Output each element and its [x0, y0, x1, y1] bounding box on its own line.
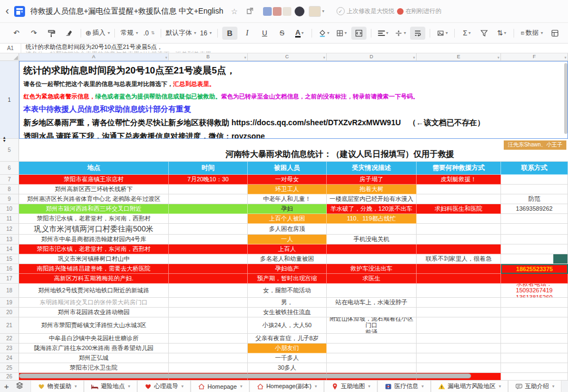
- cell[interactable]: [501, 334, 568, 344]
- sheet-tab-2[interactable]: 避险地点▾: [84, 381, 137, 392]
- title-cell[interactable]: 汪先东Shawn、小王子 河南特大暴雨求助信息统计：（建议人民日报填写）仅用于救…: [19, 139, 568, 162]
- cell[interactable]: 郑州市颍河西路和西三环交叉口附近: [19, 204, 169, 214]
- insert-menu[interactable]: ⊕插入▾: [85, 27, 110, 40]
- collaborator-avatars[interactable]: [263, 7, 291, 16]
- cell[interactable]: [417, 317, 501, 334]
- cell[interactable]: 房子塌了: [327, 175, 417, 185]
- cell-A1-notes[interactable]: 统计的求助信息时间段为20号10点至21号凌晨5点， 请各位一起帮忙把这个表里的…: [19, 61, 568, 139]
- header-cell[interactable]: 需要何种救援方式: [417, 162, 501, 175]
- column-header-F[interactable]: F▾: [501, 53, 568, 60]
- row-number[interactable]: 23: [0, 344, 19, 353]
- cell[interactable]: 女，腿部不能活动: [248, 284, 327, 298]
- cell[interactable]: [327, 344, 417, 353]
- cell[interactable]: [501, 317, 568, 334]
- back-button[interactable]: ‹: [0, 4, 14, 18]
- cell[interactable]: 中牟县白沙镇中央花园杜世糖诊所: [19, 334, 169, 344]
- horizontal-scrollbar[interactable]: [19, 373, 471, 378]
- cell[interactable]: 上百个人被困: [248, 214, 327, 224]
- cell[interactable]: [417, 284, 501, 298]
- cell[interactable]: [501, 353, 568, 363]
- cell[interactable]: 荥阳市汜水卫生院: [19, 363, 169, 373]
- data-menu[interactable]: 数据▾: [518, 27, 545, 40]
- column-header-C[interactable]: C▾: [248, 53, 327, 60]
- cell[interactable]: 中老年人和儿童！: [248, 194, 327, 204]
- cell[interactable]: [169, 185, 248, 194]
- cell[interactable]: [169, 284, 248, 298]
- cell[interactable]: [169, 224, 248, 235]
- column-dropdown-icon[interactable]: ▾: [323, 54, 325, 61]
- cell[interactable]: 一千多人: [248, 353, 327, 363]
- bold-button[interactable]: B: [222, 27, 237, 40]
- number-format-menu[interactable]: 常规▾: [119, 27, 139, 40]
- chevron-down-icon[interactable]: ▾: [240, 384, 242, 389]
- cell[interactable]: 郑州高新区西三环砖长线桥下: [19, 185, 169, 194]
- sheet-view-icon[interactable]: [547, 27, 563, 40]
- cell[interactable]: 联系不到家里人，很着急: [417, 254, 501, 264]
- cell[interactable]: 小孩24人，大人50: [248, 317, 327, 334]
- cell[interactable]: 高新区万科五期雅梅苑的产妇.: [19, 274, 169, 284]
- chevron-down-icon[interactable]: ▾: [499, 384, 501, 389]
- cell[interactable]: [501, 254, 568, 264]
- cell[interactable]: [327, 284, 417, 298]
- format-painter-icon[interactable]: [44, 27, 59, 40]
- row-number[interactable]: 13: [0, 235, 19, 244]
- row-number[interactable]: 26: [0, 373, 19, 380]
- cell[interactable]: [327, 308, 417, 317]
- cell[interactable]: [169, 334, 248, 344]
- header-cell[interactable]: 被困人员: [248, 162, 327, 175]
- row-number[interactable]: 24: [0, 353, 19, 363]
- chevron-down-icon[interactable]: ▾: [181, 384, 184, 389]
- cell[interactable]: [327, 224, 417, 235]
- vertical-scrollbar[interactable]: [564, 63, 567, 134]
- cell[interactable]: 多人困在房顶: [248, 224, 327, 235]
- header-cell[interactable]: 地点: [19, 162, 169, 175]
- sheet-tab-6[interactable]: 互助地图▾: [324, 381, 377, 392]
- cell[interactable]: 110、119都占线忙: [327, 214, 417, 224]
- cell[interactable]: [417, 334, 501, 344]
- cell[interactable]: 一人: [248, 235, 327, 244]
- cell[interactable]: [417, 264, 501, 274]
- chevron-down-icon[interactable]: ▾: [422, 384, 424, 389]
- cell[interactable]: [501, 363, 568, 373]
- cell[interactable]: 环卫工人: [248, 185, 327, 194]
- cell[interactable]: 30多人: [248, 363, 327, 373]
- cell[interactable]: 郑州惠济区长兴路省体育中心北 老鸦陈老年过渡区: [19, 194, 169, 204]
- cell[interactable]: [417, 244, 501, 254]
- sheet-list-icon[interactable]: [13, 382, 26, 391]
- row-number[interactable]: 6: [0, 162, 19, 175]
- row-number[interactable]: 7: [0, 175, 19, 185]
- add-sheet-button[interactable]: +: [0, 382, 13, 391]
- cell[interactable]: 郑州市中牟县商都路浩翰建材园内4号库: [19, 235, 169, 244]
- cell[interactable]: [169, 244, 248, 254]
- cell[interactable]: [169, 298, 248, 308]
- row-number[interactable]: 11: [0, 214, 19, 224]
- cell[interactable]: 孕妇临产: [248, 264, 327, 274]
- font-size-menu[interactable]: 16▾: [198, 27, 213, 40]
- column-header-B[interactable]: B▾: [169, 53, 248, 60]
- hidden-rows-collapse-icon[interactable]: ▲▼: [1, 136, 8, 143]
- cell[interactable]: [417, 353, 501, 363]
- cell[interactable]: 羊水破了，分娩，120派不出车: [327, 204, 417, 214]
- column-header-D[interactable]: D▾: [327, 53, 417, 60]
- cell[interactable]: 荥阳市汜水镇，老君堂村，东河南，西邢村: [19, 244, 169, 254]
- cell[interactable]: 求救者电话：15093267419 13613815260: [501, 284, 568, 298]
- sheet-tab-9[interactable]: 互助介绍▾: [508, 381, 561, 392]
- cell[interactable]: [327, 334, 417, 344]
- sort-icon[interactable]: ⇅▾: [494, 27, 509, 40]
- cell[interactable]: [169, 317, 248, 334]
- user-avatar[interactable]: [309, 6, 321, 17]
- row-number[interactable]: 8: [0, 185, 19, 194]
- cell[interactable]: 郑州市荥阳贾峪镇文泽路恒大山水城3区: [19, 317, 169, 334]
- vertical-align-icon[interactable]: ▾: [393, 27, 408, 40]
- cell[interactable]: [169, 363, 248, 373]
- header-cell[interactable]: 时间: [169, 162, 248, 175]
- sheet-tab-3[interactable]: 心理疏导▾: [137, 381, 191, 392]
- chevron-down-icon[interactable]: ▾: [315, 384, 317, 389]
- row-number[interactable]: 22: [0, 334, 19, 344]
- cell[interactable]: 18625523375: [501, 264, 568, 274]
- cell[interactable]: [169, 254, 248, 264]
- undo-button[interactable]: ↶: [9, 27, 24, 40]
- row-number[interactable]: 15: [0, 254, 19, 264]
- cell[interactable]: 女生被铁挂住流血: [248, 308, 327, 317]
- italic-button[interactable]: I: [240, 27, 255, 40]
